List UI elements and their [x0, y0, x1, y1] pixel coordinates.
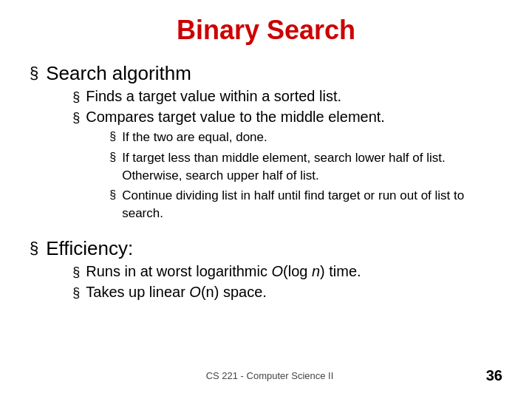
- compares-target-label: Compares target value to the middle elem…: [86, 109, 385, 125]
- section-efficiency: § Efficiency: § Runs in at worst logarit…: [30, 237, 502, 305]
- list-item: § Takes up linear O(n) space.: [72, 284, 361, 301]
- takes-linear-label: Takes up linear O(n) space.: [86, 284, 267, 301]
- bullet-l2-1: §: [72, 89, 80, 105]
- slide-footer: CS 221 - Computer Science II 36: [30, 363, 502, 384]
- slide-content: § Search algorithm § Finds a target valu…: [30, 62, 502, 363]
- n-italic-1: n: [312, 263, 320, 279]
- bullet-l3-3: §: [109, 188, 116, 202]
- section-search-algorithm-label: Search algorithm: [46, 62, 191, 84]
- search-algorithm-sub-items: § Finds a target value within a sorted l…: [72, 88, 502, 225]
- list-item: § If the two are equal, done.: [109, 129, 502, 146]
- bullet-l2-4: §: [72, 285, 80, 301]
- list-item: § Runs in at worst logarithmic O(log n) …: [72, 263, 361, 280]
- list-item: § Finds a target value within a sorted l…: [72, 88, 502, 105]
- finds-target-label: Finds a target value within a sorted lis…: [86, 88, 341, 105]
- footer-course: CS 221 - Computer Science II: [59, 370, 480, 381]
- if-less-label: If target less than middle element, sear…: [122, 149, 502, 185]
- list-item: § Compares target value to the middle el…: [72, 109, 502, 225]
- bullet-l3-2: §: [109, 151, 116, 164]
- bullet-l2-2: §: [72, 110, 80, 126]
- efficiency-sub-items: § Runs in at worst logarithmic O(log n) …: [72, 263, 361, 301]
- bullet-l3-1: §: [109, 130, 116, 143]
- on-italic: O: [189, 284, 201, 300]
- slide: Binary Search § Search algorithm § Finds…: [0, 0, 532, 399]
- footer-page-number: 36: [480, 367, 502, 384]
- runs-log-italic: O: [271, 263, 283, 279]
- list-item: § If target less than middle element, se…: [109, 149, 502, 185]
- if-equal-label: If the two are equal, done.: [122, 129, 267, 146]
- list-item: § Continue dividing list in half until f…: [109, 187, 502, 222]
- section-efficiency-label: Efficiency:: [46, 237, 133, 259]
- bullet-l1-1: §: [30, 64, 38, 83]
- runs-log-label: Runs in at worst logarithmic O(log n) ti…: [86, 263, 361, 280]
- section-search-algorithm: § Search algorithm § Finds a target valu…: [30, 62, 502, 230]
- bullet-l1-2: §: [30, 239, 38, 258]
- slide-title: Binary Search: [30, 15, 502, 49]
- bullet-l2-3: §: [72, 265, 80, 280]
- continue-dividing-label: Continue dividing list in half until fin…: [122, 187, 502, 222]
- compares-target-sub-items: § If the two are equal, done. § If targe…: [109, 129, 502, 222]
